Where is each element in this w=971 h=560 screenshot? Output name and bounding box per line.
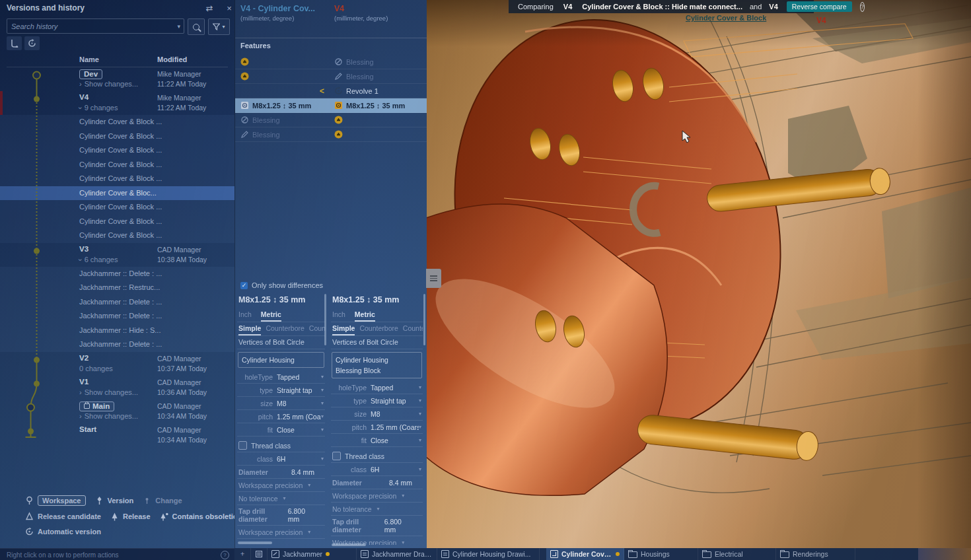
legend-item-release-candidate[interactable]: Release candidate (25, 512, 101, 521)
dropdown-caret-icon[interactable]: ▾ (321, 413, 324, 419)
field-type[interactable]: typeStraight tap▾ (237, 384, 325, 397)
feature-cell-left[interactable] (240, 55, 320, 69)
right-detail-hscrollbar[interactable] (332, 543, 366, 546)
feature-compare-row[interactable]: Blessing (235, 127, 427, 142)
dropdown-caret-icon[interactable]: ▾ (419, 437, 421, 443)
field-type[interactable]: typeStraight tap▾ (331, 394, 423, 407)
tab-electrical[interactable]: Electrical (698, 548, 776, 560)
left-version-title[interactable]: V4 - Cylinder Cov... (240, 4, 330, 13)
right-version-title[interactable]: V4 (334, 4, 423, 13)
checkbox-unchecked-icon[interactable] (332, 452, 341, 460)
dropdown-caret-icon[interactable]: ▾ (283, 495, 286, 501)
change-row[interactable]: Cylinder Cover & Bloc... (0, 186, 234, 201)
checkbox-checked-icon[interactable]: ✓ (240, 282, 248, 289)
field-fit[interactable]: fitClose▾ (237, 423, 325, 437)
feature-cell-left[interactable] (240, 69, 320, 83)
tab-jackhammer-drawing-1[interactable]: Jackhammer Drawing 1 (357, 548, 437, 560)
graph-view-toggle[interactable] (7, 36, 22, 50)
dropdown-caret-icon[interactable]: ▾ (419, 411, 421, 417)
version-sub-label[interactable]: ›Show changes... (79, 80, 138, 88)
legend-item-automatic-version[interactable]: Automatic version (25, 527, 101, 536)
search-icon[interactable] (188, 18, 205, 35)
tab-metric[interactable]: Metric (261, 310, 281, 322)
scope-item[interactable]: Cylinder Housing (336, 355, 418, 365)
change-row[interactable]: Jackhammer :: Delete : ... (0, 309, 234, 324)
tab-counterbore[interactable]: Counterbore (359, 324, 398, 335)
reverse-compare-button[interactable]: Reverse compare (787, 1, 852, 12)
field-class[interactable]: class6H▾ (331, 463, 423, 476)
feature-cell-right[interactable] (334, 113, 425, 127)
only-show-differences-row[interactable]: ✓ Only show differences (240, 281, 323, 289)
version-sub-label[interactable]: ›Show changes... (79, 388, 138, 396)
change-row[interactable]: Cylinder Cover & Block ... (0, 143, 234, 158)
viewport-part-label[interactable]: Cylinder Cover & Block (686, 14, 766, 22)
tab-simple[interactable]: Simple (238, 324, 261, 335)
tab-countersink[interactable]: Countersink (309, 324, 325, 335)
feature-cell-left[interactable]: Blessing (240, 113, 320, 127)
version-row-main[interactable]: Main›Show changes...CAD Manager10:34 AM … (0, 400, 234, 423)
restore-history-toggle[interactable] (24, 36, 40, 50)
change-row[interactable]: Cylinder Cover & Block ... (0, 215, 234, 229)
field-pitch[interactable]: pitch1.25 mm (Coarse)▾ (331, 421, 423, 434)
field-holetype[interactable]: holeTypeTapped▾ (331, 381, 423, 394)
close-icon[interactable]: × (223, 2, 235, 14)
dropdown-caret-icon[interactable]: ▾ (377, 506, 380, 512)
legend-item-release[interactable]: Release (110, 512, 151, 521)
scope-selection-box[interactable]: Cylinder HousingBlessing Block (332, 352, 422, 378)
change-row[interactable]: Jackhammer :: Delete : ... (0, 337, 234, 352)
feature-cell-right[interactable]: M8x1.25 ↕ 35 mm (334, 98, 425, 112)
change-row[interactable]: Cylinder Cover & Block ... (0, 200, 234, 215)
version-sub-label[interactable]: ›9 changes (79, 104, 118, 112)
feature-cell-left[interactable]: M8x1.25 ↕ 35 mm (240, 98, 320, 112)
dropdown-caret-icon[interactable]: ▾ (402, 493, 404, 499)
field-holetype[interactable]: holeTypeTapped▾ (237, 370, 325, 384)
dropdown-caret-icon[interactable]: ▾ (321, 427, 324, 433)
legend-item-workspace[interactable]: Workspace (25, 495, 86, 506)
scope-item[interactable]: Blessing Block (336, 365, 418, 376)
tab-countersink[interactable]: Countersink (403, 324, 423, 335)
version-row-v2[interactable]: V20 changesCAD Manager10:37 AM Today (0, 352, 234, 376)
version-row-v1[interactable]: V1›Show changes...CAD Manager10:36 AM To… (0, 376, 234, 400)
dropdown-caret-icon[interactable]: ▾ (419, 424, 421, 430)
change-row[interactable]: Jackhammer :: Restruc... (0, 281, 234, 295)
tab-renderings[interactable]: Renderings (776, 548, 855, 560)
tab-inch[interactable]: Inch (332, 310, 345, 322)
legend-item-version[interactable]: Version (95, 496, 134, 505)
legend-item-change[interactable]: Change (143, 496, 182, 505)
tab-simple[interactable]: Simple (332, 324, 355, 335)
version-sub-label[interactable]: ›6 changes (79, 256, 118, 263)
change-row[interactable]: Jackhammer :: Delete : ... (0, 295, 234, 310)
3d-viewport-canvas[interactable] (426, 0, 971, 548)
dropdown-caret-icon[interactable]: ▾ (321, 374, 324, 380)
feature-compare-row[interactable]: Blessing (235, 55, 427, 69)
field-size[interactable]: sizeM8▾ (237, 397, 325, 410)
tab-cylinder-cover-block[interactable]: Cylinder Cover & Block (546, 548, 624, 560)
thread-class-checkbox-row[interactable]: Thread class (237, 439, 325, 452)
change-row[interactable]: Cylinder Cover & Block ... (0, 129, 234, 144)
dropdown-caret-icon[interactable]: ▾ (321, 456, 324, 462)
change-row[interactable]: Cylinder Cover & Block ... (0, 158, 234, 172)
scope-selection-box[interactable]: Cylinder Housing (238, 352, 324, 368)
left-detail-scrollbar[interactable] (324, 294, 326, 345)
right-detail-scrollbar[interactable] (423, 294, 425, 345)
version-row-dev[interactable]: Dev›Show changes...Mike Manager11:22 AM … (0, 67, 234, 91)
feature-compare-row[interactable]: M8x1.25 ↕ 35 mmM8x1.25 ↕ 35 mm (235, 98, 427, 113)
feature-cell-right[interactable]: Blessing (334, 55, 425, 69)
dropdown-caret-icon[interactable]: ▾ (308, 482, 310, 488)
change-row[interactable]: Cylinder Cover & Block ... (0, 228, 234, 243)
change-row[interactable]: Cylinder Cover & Block ... (0, 172, 234, 186)
select-workspace-precision[interactable]: Workspace precision▾ (237, 479, 325, 492)
dropdown-caret-icon[interactable]: ▾ (321, 387, 324, 393)
field-class[interactable]: class6H▾ (237, 452, 325, 466)
change-row[interactable]: Jackhammer :: Delete : ... (0, 267, 234, 281)
field-fit[interactable]: fitClose▾ (331, 434, 423, 447)
legend-item-contains-obsoletion[interactable]: Contains obsoletion (160, 512, 242, 521)
thread-class-checkbox-row[interactable]: Thread class (331, 450, 423, 463)
dropdown-caret-icon[interactable]: ▾ (419, 398, 421, 403)
search-input[interactable]: Search history ▾ (7, 18, 184, 34)
select-no-tolerance[interactable]: No tolerance▾ (237, 492, 325, 505)
field-pitch[interactable]: pitch1.25 mm (Coarse)▾ (237, 410, 325, 423)
version-row-v4[interactable]: V4›9 changesMike Manager11:22 AM Today (0, 91, 234, 115)
tab-cylinder-housing-drawi-[interactable]: Cylinder Housing Drawi... (437, 548, 540, 560)
version-row-v3[interactable]: V3›6 changesCAD Manager10:38 AM Today (0, 243, 234, 267)
